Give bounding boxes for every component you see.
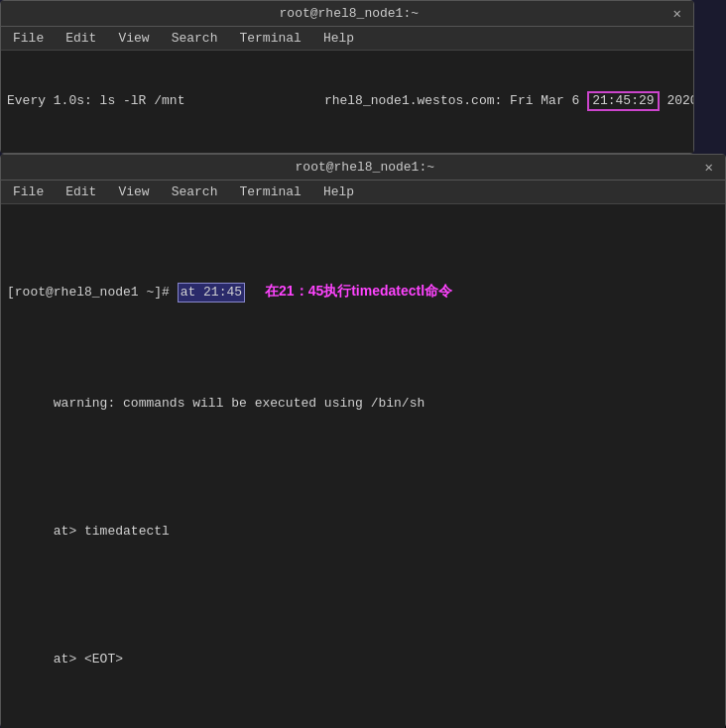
- bg-line1: Every 1.0s: ls -lR /mnt rhel8_node1.west…: [7, 90, 687, 111]
- menu-search-fg[interactable]: Search: [168, 182, 222, 201]
- terminal-body-fg: [root@rhel8_node1 ~]# at 21:45 在21：45执行t…: [1, 204, 725, 728]
- fg-line-warning: warning: commands will be executed using…: [7, 376, 719, 430]
- menu-edit-bg[interactable]: Edit: [61, 29, 100, 48]
- bg-every-cmd: Every 1.0s: ls -lR /mnt: [7, 92, 184, 110]
- bg-time-highlight: 21:45:29: [587, 91, 659, 111]
- prompt-1: [root@rhel8_node1 ~]#: [7, 284, 178, 302]
- bg-year: 2020: [666, 92, 693, 110]
- terminal-title-bg: root@rhel8_node1:~: [29, 6, 669, 21]
- fg-line-at-cmd: [root@rhel8_node1 ~]# at 21:45 在21：45执行t…: [7, 282, 719, 303]
- menu-search-bg[interactable]: Search: [168, 29, 222, 48]
- terminal-body-bg: Every 1.0s: ls -lR /mnt rhel8_node1.west…: [1, 51, 693, 153]
- menu-help-bg[interactable]: Help: [319, 29, 358, 48]
- annotation-timedatectl: 在21：45执行timedatectl命令: [265, 282, 452, 302]
- close-button-bg[interactable]: ✕: [669, 5, 685, 22]
- menu-terminal-bg[interactable]: Terminal: [235, 29, 304, 48]
- menu-file-fg[interactable]: File: [9, 182, 48, 201]
- menu-file-bg[interactable]: File: [9, 29, 48, 48]
- terminal-window-fg: root@rhel8_node1:~ ✕ File Edit View Sear…: [0, 154, 726, 728]
- bg-line2: /mnt:: [7, 147, 687, 153]
- at-cmd-highlight: at 21:45: [178, 283, 245, 303]
- close-button-fg[interactable]: ✕: [701, 159, 717, 176]
- terminal-titlebar-bg: root@rhel8_node1:~ ✕: [1, 1, 693, 27]
- menu-view-fg[interactable]: View: [114, 182, 153, 201]
- bg-host: rhel8_node1.westos.com: Fri Mar: [324, 92, 564, 110]
- fg-line-eot: at> <EOT>: [7, 632, 719, 686]
- fg-line-timedatectl: at> timedatectl: [7, 504, 719, 558]
- menu-help-fg[interactable]: Help: [319, 182, 358, 201]
- bg-num: 6: [572, 92, 580, 110]
- menubar-bg: File Edit View Search Terminal Help: [1, 27, 693, 51]
- terminal-window-bg: root@rhel8_node1:~ ✕ File Edit View Sear…: [0, 0, 694, 154]
- menu-terminal-fg[interactable]: Terminal: [235, 182, 304, 201]
- terminal-title-fg: root@rhel8_node1:~: [29, 160, 701, 175]
- menu-view-bg[interactable]: View: [114, 29, 153, 48]
- menubar-fg: File Edit View Search Terminal Help: [1, 181, 725, 204]
- menu-edit-fg[interactable]: Edit: [61, 182, 100, 201]
- terminal-titlebar-fg: root@rhel8_node1:~ ✕: [1, 155, 725, 181]
